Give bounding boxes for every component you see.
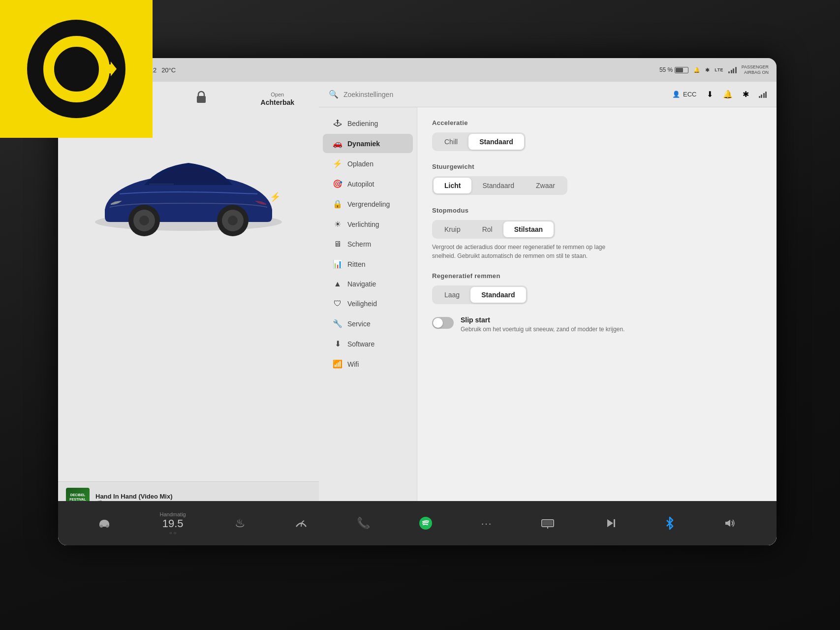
lte-badge: LTE bbox=[715, 67, 723, 72]
regeneratief-standaard-btn[interactable]: Standaard bbox=[470, 287, 526, 303]
taskbar-car[interactable] bbox=[97, 518, 111, 529]
acceleratie-section: Acceleratie Chill Standaard bbox=[432, 119, 762, 151]
stuurgewicht-licht-btn[interactable]: Licht bbox=[434, 178, 471, 193]
search-bar: 🔍 👤 ECC ⬇ 🔔 ✱ bbox=[319, 82, 777, 107]
sidebar-item-scherm[interactable]: 🖥 Scherm bbox=[323, 235, 413, 253]
sidebar-item-ritten[interactable]: 📊 Ritten bbox=[323, 254, 413, 274]
bluetooth-icon bbox=[665, 516, 675, 530]
sidebar-item-opladen[interactable]: ⚡ Opladen bbox=[323, 154, 413, 173]
service-label: Service bbox=[347, 320, 371, 328]
bediening-label: Bediening bbox=[347, 120, 378, 127]
toggle-knob bbox=[433, 318, 443, 328]
sidebar-item-wifi[interactable]: 📶 Wifi bbox=[323, 354, 413, 374]
signal-bar-3 bbox=[733, 68, 734, 73]
service-icon: 🔧 bbox=[333, 319, 342, 328]
opladen-icon: ⚡ bbox=[333, 159, 342, 168]
user-icon-search: 👤 bbox=[672, 91, 680, 98]
taskbar-spotify[interactable] bbox=[419, 516, 433, 530]
temp-sub: ○ ○ bbox=[169, 530, 177, 536]
stuurgewicht-section: Stuurgewicht Licht Standaard Zwaar bbox=[432, 163, 762, 195]
sidebar-item-autopilot[interactable]: 🎯 Autopilot bbox=[323, 174, 413, 193]
sidebar-item-vergrendeling[interactable]: 🔒 Vergrendeling bbox=[323, 194, 413, 214]
signal-bar-1 bbox=[728, 71, 730, 73]
bell-icon: 🔔 bbox=[693, 67, 700, 73]
scherm-icon: 🖥 bbox=[333, 240, 342, 249]
sidebar-item-bediening[interactable]: 🕹 Bediening bbox=[323, 114, 413, 133]
status-right: 55 % 🔔 ✱ LTE PASSENGERAIRBAG ON bbox=[659, 64, 769, 75]
battery-bar bbox=[675, 67, 688, 73]
sidebar-item-service[interactable]: 🔧 Service bbox=[323, 314, 413, 333]
taskbar-phone[interactable]: 📞 bbox=[357, 517, 370, 530]
stopmodus-rol-btn[interactable]: Rol bbox=[471, 221, 503, 237]
taskbar-media[interactable] bbox=[603, 517, 616, 530]
car-panel: Open Voorbak Open Achterbak bbox=[58, 82, 319, 545]
autopilot-label: Autopilot bbox=[347, 180, 374, 188]
wipers-icon bbox=[294, 518, 308, 529]
autopilot-icon: 🎯 bbox=[333, 179, 342, 189]
taskbar-camera[interactable] bbox=[541, 518, 555, 529]
bediening-icon: 🕹 bbox=[333, 119, 342, 128]
volume-icon bbox=[723, 518, 737, 529]
acceleratie-label: Acceleratie bbox=[432, 119, 762, 126]
stuurgewicht-btn-group: Licht Standaard Zwaar bbox=[432, 176, 567, 195]
temp-mode-label: Handmatig bbox=[160, 511, 186, 517]
taskbar-volume[interactable] bbox=[723, 518, 737, 529]
regeneratief-laag-btn[interactable]: Laag bbox=[434, 287, 470, 303]
svg-rect-16 bbox=[614, 519, 615, 527]
acceleratie-standaard-btn[interactable]: Standaard bbox=[468, 134, 524, 150]
search-input[interactable] bbox=[343, 91, 667, 98]
status-temp: 20°C bbox=[161, 66, 176, 74]
user-label: 👤 ECC bbox=[672, 91, 696, 98]
sidebar-item-veiligheid[interactable]: 🛡 Veiligheid bbox=[323, 294, 413, 313]
main-content: Open Voorbak Open Achterbak bbox=[58, 82, 777, 545]
sb2 bbox=[761, 94, 762, 98]
stuurgewicht-standaard-btn[interactable]: Standaard bbox=[471, 178, 525, 193]
software-icon: ⬇ bbox=[333, 339, 342, 348]
achterbak-status: Open bbox=[261, 92, 294, 97]
svg-point-10 bbox=[419, 517, 432, 530]
veiligheid-label: Veiligheid bbox=[347, 300, 377, 308]
software-label: Software bbox=[347, 340, 374, 348]
lock-car-icon bbox=[196, 91, 207, 105]
achterbak-label: Achterbak bbox=[261, 98, 294, 106]
download-icon-search: ⬇ bbox=[707, 90, 713, 99]
stuurgewicht-zwaar-btn[interactable]: Zwaar bbox=[525, 178, 566, 193]
sidebar-item-dynamiek[interactable]: 🚗 Dynamiek bbox=[323, 134, 413, 153]
charge-bolt: ⚡ bbox=[270, 191, 281, 202]
logo-circle bbox=[27, 20, 125, 118]
sidebar-item-navigatie[interactable]: ▲ Navigatie bbox=[323, 275, 413, 293]
status-bar: 🔒 👤 ECC ⬇ SOS 19:12 20°C 55 % 🔔 ✱ LTE bbox=[58, 58, 777, 82]
svg-marker-15 bbox=[607, 519, 613, 527]
stopmodus-label: Stopmodus bbox=[432, 207, 762, 214]
stopmodus-stilstaan-btn[interactable]: Stilstaan bbox=[503, 221, 554, 237]
taskbar-more[interactable]: ··· bbox=[481, 518, 493, 529]
sb4 bbox=[765, 92, 767, 98]
battery-indicator: 55 % bbox=[659, 66, 688, 73]
signal-bar-4 bbox=[735, 67, 737, 73]
svg-point-7 bbox=[228, 216, 238, 225]
wifi-label: Wifi bbox=[347, 360, 359, 368]
slip-start-toggle[interactable] bbox=[432, 317, 454, 329]
temp-value: 19.5 bbox=[162, 517, 184, 530]
verlichting-label: Verlichting bbox=[347, 220, 379, 228]
slip-start-text: Slip start Gebruik om het voertuig uit s… bbox=[461, 316, 625, 334]
taskbar-bluetooth[interactable] bbox=[665, 516, 675, 530]
sidebar-item-verlichting[interactable]: ☀ Verlichting bbox=[323, 215, 413, 234]
battery-fill bbox=[676, 68, 683, 72]
sb3 bbox=[763, 93, 765, 98]
stuurgewicht-label: Stuurgewicht bbox=[432, 163, 762, 170]
acceleratie-btn-group: Chill Standaard bbox=[432, 132, 526, 151]
navigatie-label: Navigatie bbox=[347, 280, 376, 288]
slip-start-title: Slip start bbox=[461, 316, 625, 324]
sidebar-item-software[interactable]: ⬇ Software bbox=[323, 334, 413, 353]
car-illustration: ⚡ bbox=[80, 136, 297, 244]
taskbar-temperature[interactable]: Handmatig 19.5 ○ ○ bbox=[160, 511, 186, 536]
passenger-airbag-label: PASSENGERAIRBAG ON bbox=[742, 64, 769, 75]
taskbar-wipers[interactable] bbox=[294, 518, 308, 529]
stopmodus-kruip-btn[interactable]: Kruip bbox=[434, 221, 471, 237]
taskbar-heat[interactable]: ♨ bbox=[235, 516, 246, 530]
logo-ring bbox=[43, 36, 110, 102]
car-image-area: ⚡ bbox=[78, 121, 299, 259]
navigatie-icon: ▲ bbox=[333, 280, 342, 288]
acceleratie-chill-btn[interactable]: Chill bbox=[434, 134, 468, 150]
